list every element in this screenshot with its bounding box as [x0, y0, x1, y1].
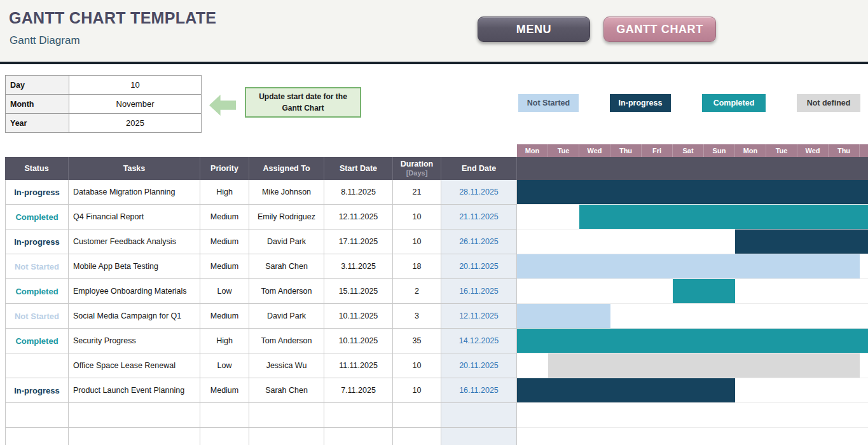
cell-end-date[interactable] — [441, 403, 517, 428]
cell-end-date[interactable]: 14.12.2025 — [441, 329, 517, 353]
menu-button[interactable]: MENU — [478, 17, 590, 42]
cell-status[interactable]: In-progress — [5, 180, 69, 205]
cell-priority[interactable]: Medium — [200, 304, 249, 329]
cell-duration[interactable]: 10 — [393, 229, 441, 254]
header-assigned-to: Assigned To — [249, 157, 324, 180]
cell-start-date[interactable] — [324, 428, 393, 445]
cell-priority[interactable] — [200, 403, 249, 428]
cell-status[interactable]: Completed — [5, 279, 69, 304]
cell-task[interactable]: Employee Onboarding Materials — [69, 279, 200, 304]
cell-status[interactable]: Not Started — [5, 304, 69, 329]
cell-duration[interactable]: 2 — [393, 279, 441, 304]
cell-priority[interactable]: Low — [200, 279, 249, 304]
cell-priority[interactable]: Medium — [200, 254, 249, 279]
cell-task[interactable] — [69, 428, 200, 445]
cell-priority[interactable]: Medium — [200, 378, 249, 403]
cell-duration[interactable]: 3 — [393, 304, 441, 329]
control-label: Month — [6, 95, 69, 113]
cell-end-date[interactable]: 16.11.2025 — [441, 378, 517, 403]
cell-assigned-to[interactable]: Sarah Chen — [249, 378, 324, 403]
cell-task[interactable]: Security Progress — [69, 329, 200, 353]
cell-start-date[interactable]: 15.11.2025 — [324, 279, 393, 304]
cell-status[interactable]: In-progress — [5, 229, 69, 254]
cell-task[interactable]: Customer Feedback Analysis — [69, 229, 200, 254]
cell-priority[interactable]: Medium — [200, 205, 249, 229]
cell-end-date[interactable]: 21.11.2025 — [441, 205, 517, 229]
cell-duration[interactable] — [393, 428, 441, 445]
cell-status[interactable] — [5, 428, 69, 445]
cell-assigned-to[interactable]: Tom Anderson — [249, 279, 324, 304]
cell-priority[interactable]: High — [200, 180, 249, 205]
cell-priority[interactable]: Medium — [200, 229, 249, 254]
cell-end-date[interactable]: 16.11.2025 — [441, 279, 517, 304]
gantt-bar-notstarted — [517, 254, 860, 278]
gantt-cell[interactable] — [517, 205, 868, 229]
cell-task[interactable]: Database Migration Planning — [69, 180, 200, 205]
cell-assigned-to[interactable]: Sarah Chen — [249, 254, 324, 279]
cell-status[interactable] — [5, 403, 69, 428]
cell-end-date[interactable]: 12.11.2025 — [441, 304, 517, 329]
cell-end-date[interactable] — [441, 428, 517, 445]
app-header: GANTT CHART TEMPLATE Gantt Diagram MENU … — [0, 0, 868, 62]
gantt-chart-app: GANTT CHART TEMPLATE Gantt Diagram MENU … — [0, 0, 868, 445]
cell-assigned-to[interactable]: Tom Anderson — [249, 329, 324, 353]
page-subtitle: Gantt Diagram — [10, 34, 80, 47]
gantt-chart-button[interactable]: GANTT CHART — [603, 17, 716, 42]
cell-assigned-to[interactable]: Jessica Wu — [249, 353, 324, 378]
cell-duration[interactable]: 35 — [393, 329, 441, 353]
cell-duration[interactable]: 10 — [393, 378, 441, 403]
weekday-cell: Mon — [517, 144, 548, 157]
cell-task[interactable]: Mobile App Beta Testing — [69, 254, 200, 279]
cell-status[interactable]: In-progress — [5, 378, 69, 403]
cell-start-date[interactable]: 8.11.2025 — [324, 180, 393, 205]
cell-duration[interactable]: 10 — [393, 353, 441, 378]
gantt-cell[interactable] — [517, 353, 868, 378]
cell-start-date[interactable] — [324, 403, 393, 428]
gantt-cell[interactable] — [517, 329, 868, 353]
cell-status[interactable]: Not Started — [5, 254, 69, 279]
cell-start-date[interactable]: 17.11.2025 — [324, 229, 393, 254]
gantt-cell[interactable] — [517, 403, 868, 428]
cell-assigned-to[interactable]: David Park — [249, 304, 324, 329]
gantt-cell[interactable] — [517, 254, 868, 279]
cell-end-date[interactable]: 20.11.2025 — [441, 353, 517, 378]
cell-assigned-to[interactable] — [249, 403, 324, 428]
cell-start-date[interactable]: 3.11.2025 — [324, 254, 393, 279]
cell-start-date[interactable]: 10.11.2025 — [324, 304, 393, 329]
cell-duration[interactable]: 10 — [393, 205, 441, 229]
control-value-cell[interactable]: 10 — [69, 76, 201, 94]
cell-task[interactable]: Social Media Campaign for Q1 — [69, 304, 200, 329]
cell-task[interactable]: Office Space Lease Renewal — [69, 353, 200, 378]
cell-end-date[interactable]: 26.11.2025 — [441, 229, 517, 254]
cell-start-date[interactable]: 12.11.2025 — [324, 205, 393, 229]
cell-status[interactable]: Completed — [5, 205, 69, 229]
cell-status[interactable]: Completed — [5, 329, 69, 353]
gantt-cell[interactable] — [517, 304, 868, 329]
cell-status[interactable] — [5, 353, 69, 378]
cell-end-date[interactable]: 20.11.2025 — [441, 254, 517, 279]
cell-priority[interactable] — [200, 428, 249, 445]
cell-duration[interactable]: 21 — [393, 180, 441, 205]
cell-task[interactable]: Product Launch Event Planning — [69, 378, 200, 403]
cell-assigned-to[interactable]: David Park — [249, 229, 324, 254]
cell-priority[interactable]: Low — [200, 353, 249, 378]
cell-task[interactable] — [69, 403, 200, 428]
cell-assigned-to[interactable]: Mike Johnson — [249, 180, 324, 205]
gantt-cell[interactable] — [517, 428, 868, 445]
cell-priority[interactable]: High — [200, 329, 249, 353]
cell-assigned-to[interactable]: Emily Rodriguez — [249, 205, 324, 229]
cell-duration[interactable] — [393, 403, 441, 428]
gantt-cell[interactable] — [517, 229, 868, 254]
cell-duration[interactable]: 18 — [393, 254, 441, 279]
cell-start-date[interactable]: 11.11.2025 — [324, 353, 393, 378]
gantt-cell[interactable] — [517, 378, 868, 403]
control-value-cell[interactable]: November — [69, 95, 201, 113]
cell-assigned-to[interactable] — [249, 428, 324, 445]
cell-task[interactable]: Q4 Financial Report — [69, 205, 200, 229]
control-value-cell[interactable]: 2025 — [69, 114, 201, 132]
cell-start-date[interactable]: 7.11.2025 — [324, 378, 393, 403]
cell-end-date[interactable]: 28.11.2025 — [441, 180, 517, 205]
gantt-cell[interactable] — [517, 279, 868, 304]
gantt-cell[interactable] — [517, 180, 868, 205]
cell-start-date[interactable]: 10.11.2025 — [324, 329, 393, 353]
